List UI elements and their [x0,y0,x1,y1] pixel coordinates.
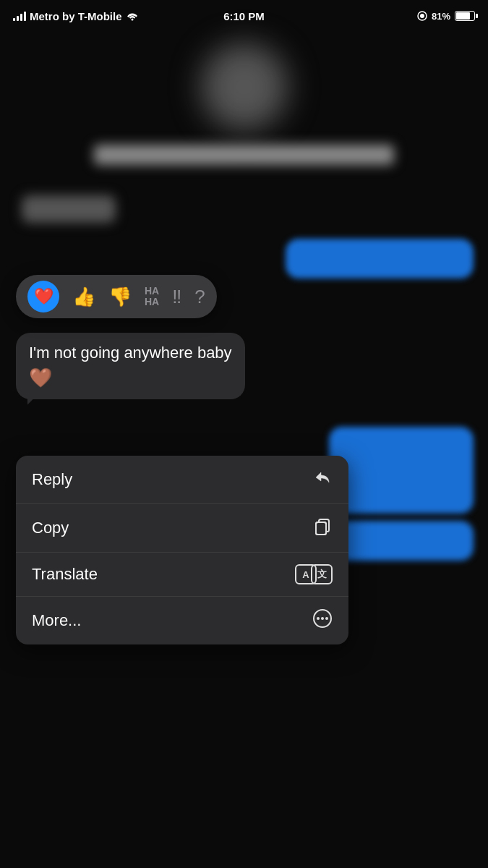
svg-point-8 [325,617,328,620]
bg-blur-bar [94,145,394,165]
thumbsup-icon: 👍 [72,286,95,308]
bg-bubble-1 [286,239,474,278]
signal-bar-2 [17,16,19,21]
bg-blur-element [22,195,116,223]
reaction-bar[interactable]: ❤️ 👍 👎 HAHA ‼ ? [16,275,217,318]
battery-area: 81% [417,11,475,22]
reaction-exclaim[interactable]: ‼ [172,286,181,308]
status-time: 6:10 PM [223,10,265,22]
more-dots-icon [312,608,333,629]
svg-point-7 [321,617,324,620]
context-menu: Reply Copy Translate A 文 More... [16,456,348,644]
question-label: ? [194,286,205,308]
heart-emoji: ❤️ [34,287,53,306]
menu-item-reply[interactable]: Reply [16,456,348,504]
svg-point-1 [420,14,424,18]
copy-docs-icon [312,516,333,536]
battery-icon [455,11,475,21]
wifi-icon [126,11,139,21]
signal-icon [13,11,26,21]
reaction-heart[interactable]: ❤️ [27,281,59,312]
bg-blur-avatar [201,43,288,130]
battery-percent: 81% [432,11,450,22]
reaction-thumbsdown[interactable]: 👎 [108,286,132,308]
reply-label: Reply [32,470,72,489]
reply-icon [312,467,333,492]
thumbsdown-icon: 👎 [108,286,132,308]
reaction-haha[interactable]: HAHA [145,286,159,308]
message-text: I'm not going anywhere baby [29,343,232,364]
bg-bubble-2 [329,427,474,514]
status-bar: Metro by T-Mobile 6:10 PM 81% [0,0,488,32]
screen-record-icon [417,11,427,21]
reaction-question[interactable]: ? [194,286,205,308]
translate-bubble-a: A [295,564,317,584]
signal-bar-3 [20,14,22,21]
reply-arrow-icon [312,467,333,488]
message-bubble: I'm not going anywhere baby 🤎 [16,333,245,399]
signal-bar-4 [24,12,26,21]
translate-icon-wrap: A 文 [295,564,333,584]
copy-icon [312,516,333,540]
reaction-thumbsup[interactable]: 👍 [72,286,95,308]
carrier-name: Metro by T-Mobile [30,10,122,22]
haha-label: HAHA [145,286,159,308]
translate-label: Translate [32,565,98,584]
translate-icon: A 文 [295,564,333,584]
more-icon [312,608,333,633]
signal-bar-1 [13,18,15,21]
battery-fill [456,12,470,20]
message-emoji: 🤎 [29,367,232,389]
svg-point-6 [317,617,320,620]
menu-item-translate[interactable]: Translate A 文 [16,553,348,597]
copy-label: Copy [32,519,69,537]
more-label: More... [32,611,81,630]
svg-rect-3 [316,522,326,535]
exclaim-label: ‼ [172,286,181,308]
menu-item-copy[interactable]: Copy [16,504,348,553]
menu-item-more[interactable]: More... [16,597,348,644]
carrier-signal: Metro by T-Mobile [13,10,139,22]
